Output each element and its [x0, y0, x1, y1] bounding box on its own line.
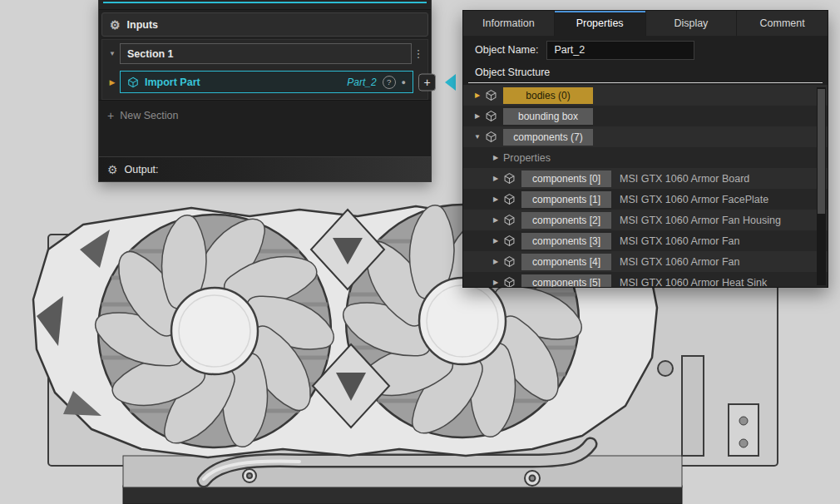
object-name-row: Object Name: [463, 36, 828, 64]
tree-row[interactable]: ▶ components [4]MSI GTX 1060 Armor Fan [463, 251, 828, 272]
cube-icon [127, 77, 139, 88]
component-name: MSI GTX 1060 Armor Fan Housing [620, 215, 781, 226]
tree-node-badge[interactable]: components [0] [521, 170, 611, 187]
chevron-right-icon[interactable]: ▶ [488, 258, 503, 265]
chevron-down-icon[interactable]: ▼ [470, 133, 485, 141]
inputs-label: Inputs [127, 19, 159, 31]
tree-node-badge[interactable]: components [4] [521, 254, 611, 270]
chevron-right-icon[interactable]: ▶ [470, 112, 485, 120]
node-type-cube-icon [485, 110, 497, 122]
component-name: MSI GTX 1060 Armor Heat Sink [620, 277, 767, 289]
chevron-right-icon[interactable]: ▶ [488, 175, 503, 182]
toggle-dot-icon[interactable]: ● [402, 78, 406, 86]
tree-row[interactable]: ▶ components [1]MSI GTX 1060 Armor FaceP… [463, 189, 828, 210]
chevron-right-icon[interactable]: ▶ [488, 237, 503, 245]
tree-node-badge[interactable]: components [1] [521, 191, 611, 208]
output-label: Output: [125, 164, 159, 175]
inputs-header[interactable]: ⚙ Inputs [101, 12, 428, 37]
tab-properties[interactable]: Properties [555, 11, 646, 36]
node-type-cube-icon [503, 172, 516, 185]
tree-row[interactable]: ▶ components [5]MSI GTX 1060 Armor Heat … [463, 272, 828, 288]
tree-row[interactable]: ▶Properties [463, 147, 828, 168]
tree-row[interactable]: ▶ components [3]MSI GTX 1060 Armor Fan [463, 230, 828, 251]
node-type-cube-icon [485, 89, 497, 101]
add-node-button[interactable]: + [418, 73, 436, 91]
object-name-label: Object Name: [475, 44, 538, 56]
component-name: MSI GTX 1060 Armor Fan [620, 256, 740, 268]
node-type-cube-icon [503, 214, 516, 226]
node-type-cube-icon [503, 255, 516, 268]
section-header: ▼ Section 1 ⋮ [105, 42, 425, 65]
scrollbar-thumb[interactable] [818, 89, 825, 214]
chevron-right-icon[interactable]: ▶ [488, 195, 503, 203]
import-part-node[interactable]: Import Part Part_2 ? ● [120, 71, 413, 93]
tree-row[interactable]: ▶ components [2]MSI GTX 1060 Armor Fan H… [463, 210, 828, 230]
tree-node-badge[interactable]: components [5] [521, 274, 611, 289]
clipped-node-above [99, 0, 431, 10]
new-section-button[interactable]: + New Section [99, 107, 186, 124]
tree-row[interactable]: ▶ bodies (0) [463, 85, 828, 106]
object-structure-header: Object Structure [468, 64, 823, 83]
chevron-right-icon[interactable]: ▶ [488, 216, 503, 224]
tree-node-badge[interactable]: bounding box [503, 108, 593, 125]
component-name: MSI GTX 1060 Armor Fan [620, 235, 740, 247]
chevron-right-icon[interactable]: ▶ [105, 78, 120, 86]
output-row[interactable]: ⚙ Output: [99, 156, 431, 181]
scrollbar[interactable] [817, 87, 826, 285]
node-type-cube-icon [503, 276, 516, 288]
chevron-right-icon[interactable]: ▶ [488, 154, 503, 161]
section-title-label: Section 1 [127, 48, 174, 60]
kebab-menu-icon[interactable]: ⋮ [412, 47, 425, 60]
tree-node-badge[interactable]: bodies (0) [503, 87, 593, 104]
section-body: + New Section [99, 100, 431, 156]
object-name-input[interactable] [546, 41, 694, 60]
component-name: MSI GTX 1060 Armor Board [620, 173, 749, 185]
chevron-right-icon[interactable]: ▶ [470, 91, 485, 99]
import-part-value: Part_2 [347, 77, 376, 88]
import-part-row: ▶ Import Part Part_2 ? ● + [105, 71, 425, 93]
tree-node-badge[interactable]: components [2] [521, 212, 611, 229]
tree-node-label: Properties [503, 152, 551, 164]
chevron-down-icon[interactable]: ▼ [105, 50, 120, 57]
node-type-cube-icon [485, 131, 497, 143]
tree-row[interactable]: ▶ components [0]MSI GTX 1060 Armor Board [463, 168, 828, 189]
node-type-cube-icon [503, 235, 516, 247]
properties-panel: InformationPropertiesDisplayComment Obje… [462, 10, 828, 288]
gear-icon: ⚙ [107, 164, 118, 175]
section-title[interactable]: Section 1 [120, 43, 412, 64]
import-part-label: Import Part [145, 77, 200, 88]
node-type-cube-icon [503, 193, 516, 205]
tab-comment[interactable]: Comment [737, 11, 828, 36]
new-section-label: New Section [120, 110, 178, 121]
tree-node-badge[interactable]: components [3] [521, 233, 611, 250]
tab-display[interactable]: Display [646, 11, 738, 36]
tab-information[interactable]: Information [463, 11, 555, 36]
tree-row[interactable]: ▶ bounding box [463, 106, 828, 126]
plus-icon: + [107, 109, 114, 122]
tree-row[interactable]: ▼ components (7) [463, 126, 828, 147]
node-editor-panel: ⚙ Inputs ▼ Section 1 ⋮ ▶ Import Part Par… [98, 0, 432, 182]
section-1: ▼ Section 1 ⋮ ▶ Import Part Part_2 ? ● + [101, 39, 428, 100]
panel-pointer-icon [445, 74, 456, 91]
help-icon[interactable]: ? [383, 76, 396, 89]
chevron-right-icon[interactable]: ▶ [488, 279, 503, 286]
tab-bar: InformationPropertiesDisplayComment [463, 11, 828, 36]
gear-icon: ⚙ [110, 19, 121, 31]
tree-node-badge[interactable]: components (7) [503, 129, 593, 146]
component-name: MSI GTX 1060 Armor FacePlate [620, 194, 768, 205]
object-structure-tree: ▶ bodies (0)▶ bounding box▼ components (… [463, 85, 828, 288]
